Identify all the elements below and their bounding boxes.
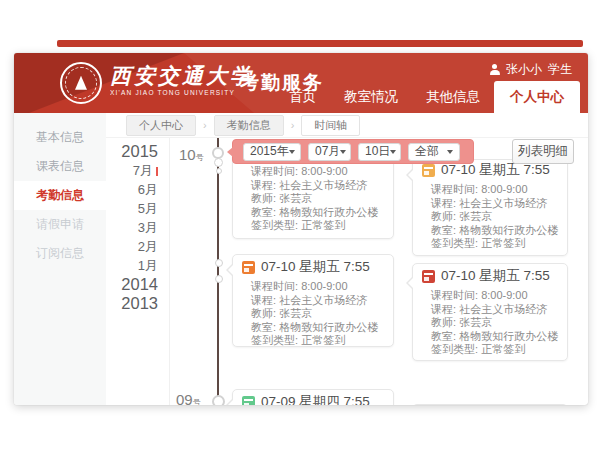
card-field: 课程: 社会主义市场经济 <box>251 179 384 193</box>
field-value: 8:00-9:00 <box>301 165 347 177</box>
field-value: 正常签到 <box>301 219 345 231</box>
month-nav-july[interactable]: 7月 <box>110 161 166 180</box>
month-nav-february[interactable]: 2月 <box>110 237 166 256</box>
chevron-down-icon <box>340 150 346 157</box>
card-field: 课程时间: 8:00-9:00 <box>431 289 558 303</box>
attendance-card-partial <box>412 404 568 405</box>
card-field: 教师: 张芸京 <box>251 307 384 321</box>
card-field: 教师: 张芸京 <box>431 210 558 224</box>
card-date-text: 07-10 星期五 7:55 <box>261 258 370 276</box>
field-value: 格物致知行政办公楼 <box>459 224 558 236</box>
field-value: 社会主义市场经济 <box>279 294 367 306</box>
month-nav-march[interactable]: 3月 <box>110 218 166 237</box>
day-filter-dropdown[interactable]: 10日 <box>358 143 401 161</box>
card-field: 签到类型: 正常签到 <box>431 237 558 251</box>
user-role: 学生 <box>548 61 572 78</box>
field-label: 教师: <box>251 192 276 204</box>
field-value: 8:00-9:00 <box>301 280 347 292</box>
breadcrumb-personal-center[interactable]: 个人中心 <box>126 115 196 136</box>
timeline-node <box>215 259 223 267</box>
field-label: 签到类型: <box>431 237 478 249</box>
card-field: 教师: 张芸京 <box>431 316 558 330</box>
nav-classrooms[interactable]: 教室情况 <box>330 82 412 113</box>
field-value: 张芸京 <box>279 307 312 319</box>
card-tail <box>406 168 413 182</box>
card-date-text: 07-09 星期四 7:55 <box>261 393 370 405</box>
chevron-down-icon <box>390 150 396 157</box>
sidebar-item-leave-request[interactable]: 请假申请 <box>14 210 106 239</box>
nav-other-info[interactable]: 其他信息 <box>412 82 494 113</box>
field-value: 格物致知行政办公楼 <box>459 330 558 342</box>
main-nav: 首页 教室情况 其他信息 个人中心 <box>275 81 580 113</box>
type-filter-value: 全部 <box>415 143 439 160</box>
card-field: 教室: 格物致知行政办公楼 <box>251 206 384 220</box>
day-marker-09: 09号 <box>176 391 201 405</box>
field-label: 课程时间: <box>431 289 478 301</box>
card-field: 签到类型: 正常签到 <box>431 343 558 357</box>
breadcrumb-attendance-info[interactable]: 考勤信息 <box>214 115 284 136</box>
card-field: 教室: 格物致知行政办公楼 <box>431 224 558 238</box>
card-header: 07-10 星期五 7:55 <box>422 268 558 284</box>
nav-home[interactable]: 首页 <box>275 82 330 113</box>
card-date-text: 07-10 星期五 7:55 <box>441 267 550 285</box>
card-field: 签到类型: 正常签到 <box>251 334 384 348</box>
card-header: 07-09 星期四 7:55 <box>242 394 384 405</box>
university-name-block: 西安交通大学 XI'AN JIAO TONG UNIVERSITY <box>110 64 254 96</box>
card-body: 课程时间: 8:00-9:00课程: 社会主义市场经济教师: 张芸京教室: 格物… <box>422 289 558 357</box>
app-window: 西安交通大学 XI'AN JIAO TONG UNIVERSITY 考勤服务 张… <box>14 53 588 405</box>
card-body: 课程时间: 8:00-9:00课程: 社会主义市场经济教师: 张芸京教室: 格物… <box>242 280 384 348</box>
chevron-right-icon: › <box>203 119 207 131</box>
user-menu[interactable]: 张小小 学生 <box>489 61 572 78</box>
field-value: 张芸京 <box>459 210 492 222</box>
field-label: 课程: <box>431 303 456 315</box>
month-nav-january[interactable]: 1月 <box>110 256 166 275</box>
year-nav-2013[interactable]: 2013 <box>110 294 166 313</box>
list-detail-button[interactable]: 列表明细 <box>512 139 574 164</box>
field-value: 张芸京 <box>279 192 312 204</box>
sidebar-item-subscription-info[interactable]: 订阅信息 <box>14 239 106 268</box>
card-field: 教室: 格物致知行政办公楼 <box>251 321 384 335</box>
card-field: 签到类型: 正常签到 <box>251 219 384 233</box>
day-number: 09 <box>176 391 193 405</box>
field-value: 社会主义市场经济 <box>459 303 547 315</box>
field-label: 签到类型: <box>251 219 298 231</box>
month-filter-dropdown[interactable]: 07月 <box>308 143 351 161</box>
attendance-status-icon <box>422 164 435 177</box>
field-label: 教室: <box>431 224 456 236</box>
month-filter-value: 07月 <box>315 143 340 160</box>
attendance-card: 07-10 星期五 7:55 课程时间: 8:00-9:00课程: 社会主义市场… <box>412 159 568 256</box>
card-header: 07-10 星期五 7:55 <box>242 259 384 275</box>
month-nav-june[interactable]: 6月 <box>110 180 166 199</box>
sidebar: 基本信息 课表信息 考勤信息 请假申请 订阅信息 <box>14 113 106 405</box>
type-filter-dropdown[interactable]: 全部 <box>408 143 460 161</box>
day-number: 10 <box>179 146 196 163</box>
person-icon <box>489 64 500 75</box>
timeline-node <box>216 168 222 174</box>
chevron-right-icon: › <box>291 119 295 131</box>
nav-personal-center[interactable]: 个人中心 <box>494 81 580 113</box>
sidebar-item-schedule-info[interactable]: 课表信息 <box>14 152 106 181</box>
card-tail <box>226 263 233 277</box>
card-body: 课程时间: 8:00-9:00课程: 社会主义市场经济教师: 张芸京教室: 格物… <box>422 183 558 251</box>
field-value: 正常签到 <box>301 334 345 346</box>
breadcrumb-timeline[interactable]: 时间轴 <box>301 115 360 136</box>
field-label: 课程时间: <box>251 280 298 292</box>
field-value: 社会主义市场经济 <box>279 179 367 191</box>
year-nav-2015[interactable]: 2015 <box>110 142 166 161</box>
attendance-status-icon <box>422 270 435 283</box>
page: 西安交通大学 XI'AN JIAO TONG UNIVERSITY 考勤服务 张… <box>0 0 600 450</box>
field-value: 正常签到 <box>481 237 525 249</box>
card-field: 教师: 张芸京 <box>251 192 384 206</box>
field-label: 教师: <box>431 316 456 328</box>
day-filter-value: 10日 <box>365 143 390 160</box>
timeline-node <box>212 395 225 405</box>
sidebar-item-attendance-info[interactable]: 考勤信息 <box>14 181 106 210</box>
year-filter-dropdown[interactable]: 2015年 <box>243 143 301 161</box>
timeline-line <box>217 138 219 405</box>
field-value: 8:00-9:00 <box>481 289 527 301</box>
field-label: 教室: <box>431 330 456 342</box>
card-header: 07-10 星期五 7:55 <box>422 162 558 178</box>
sidebar-item-basic-info[interactable]: 基本信息 <box>14 123 106 152</box>
year-nav-2014[interactable]: 2014 <box>110 275 166 294</box>
month-nav-may[interactable]: 5月 <box>110 199 166 218</box>
